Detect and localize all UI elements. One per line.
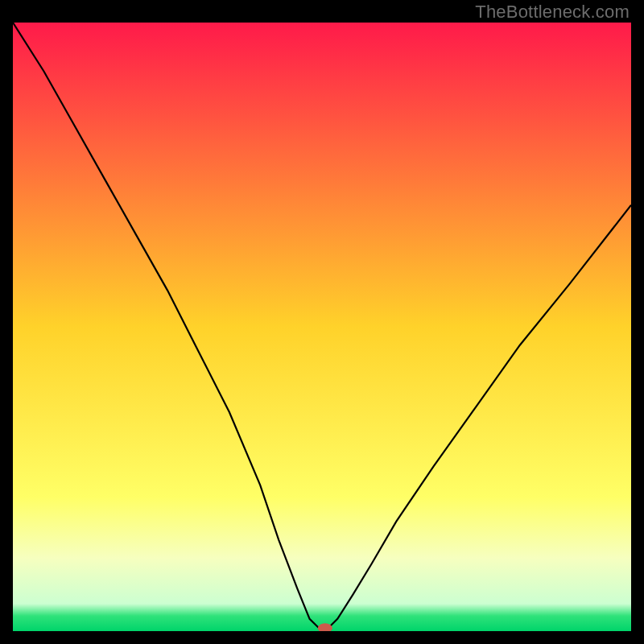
plot-svg (13, 23, 631, 631)
watermark-text: TheBottleneck.com (475, 2, 630, 23)
bottleneck-plot (13, 23, 631, 631)
chart-frame: TheBottleneck.com (0, 0, 644, 644)
plot-background (13, 23, 631, 631)
